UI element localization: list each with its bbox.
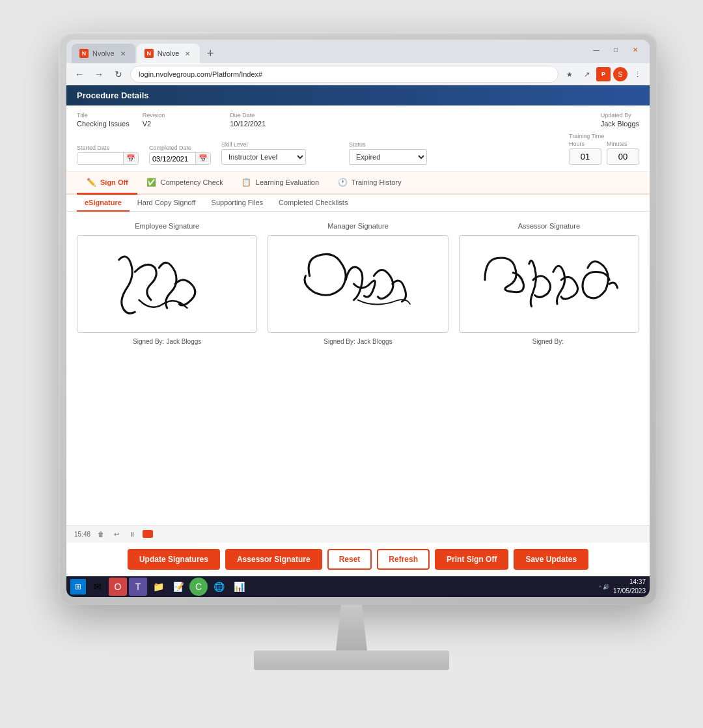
tab-active[interactable]: N Nvolve ✕	[137, 44, 200, 63]
tab-add-button[interactable]: +	[201, 44, 219, 63]
employee-signed-by-name: Jack Bloggs	[166, 338, 201, 345]
minutes-input[interactable]	[607, 148, 639, 165]
tab-label-2: Nvolve	[158, 49, 180, 57]
taskbar-app-mail[interactable]: ✉	[89, 578, 107, 596]
nav-sign-off[interactable]: ✏️ Sign Off	[77, 172, 137, 195]
minimize-button[interactable]: —	[588, 44, 604, 55]
sub-nav-completed-checklists[interactable]: Completed Checklists	[271, 195, 355, 212]
taskbar-app-docs[interactable]: 📊	[230, 578, 248, 596]
maximize-button[interactable]: □	[608, 44, 624, 55]
status-refresh-icon[interactable]: ↩	[111, 529, 122, 539]
taskbar-clock: 14:37	[613, 578, 646, 587]
taskbar-app-edge[interactable]: 🌐	[210, 578, 228, 596]
completed-date-input[interactable]	[150, 154, 195, 164]
revision-value: V2	[143, 120, 165, 128]
status-select[interactable]: Expired	[349, 149, 427, 165]
skill-level-field: Skill Level Instructor Level	[221, 141, 306, 165]
tab-inactive[interactable]: N Nvolve ✕	[72, 44, 135, 63]
started-date-input[interactable]	[77, 154, 123, 164]
started-date-label: Started Date	[77, 145, 139, 151]
sub-nav-completed-checklists-label: Completed Checklists	[279, 199, 348, 206]
forward-button[interactable]: →	[91, 66, 107, 82]
sign-off-icon: ✏️	[86, 177, 96, 188]
status-pause-icon[interactable]: ⏸	[127, 529, 137, 539]
manager-signature-box	[268, 235, 448, 333]
status-time: 15:48	[74, 531, 90, 538]
taskbar-app-notepad[interactable]: 📝	[169, 578, 187, 596]
skill-level-label: Skill Level	[221, 141, 306, 148]
nav-competency-check[interactable]: ✅ Competency Check	[137, 172, 232, 195]
taskbar-date: 17/05/2023	[613, 587, 646, 596]
address-input[interactable]	[130, 66, 558, 83]
refresh-button[interactable]: Refresh	[377, 549, 430, 570]
monitor-body: N Nvolve ✕ N Nvolve ✕ + —	[59, 32, 657, 605]
signatures-section: Employee Signature	[66, 212, 650, 525]
monitor-bezel: N Nvolve ✕ N Nvolve ✕ + —	[66, 40, 650, 597]
nav-sign-off-label: Sign Off	[100, 178, 128, 186]
star-icon[interactable]: ★	[562, 67, 577, 81]
updated-by-label: Updated By	[601, 112, 639, 119]
employee-signature-column: Employee Signature	[77, 222, 257, 345]
minutes-group: Minutes	[607, 141, 639, 165]
browser-chrome: N Nvolve ✕ N Nvolve ✕ + —	[66, 40, 650, 85]
share-icon[interactable]: ↗	[579, 67, 594, 81]
hours-label: Hours	[569, 141, 601, 147]
tab-label-1: Nvolve	[92, 49, 115, 57]
tab-close-2[interactable]: ✕	[183, 49, 192, 58]
started-date-input-wrapper[interactable]: 📅	[77, 152, 139, 165]
hours-input[interactable]	[569, 148, 601, 165]
close-button[interactable]: ✕	[627, 44, 643, 55]
app-header-title: Procedure Details	[77, 91, 149, 100]
sub-nav-esignature[interactable]: eSignature	[77, 195, 130, 212]
taskbar-app-teams[interactable]: T	[129, 578, 147, 596]
tab-favicon-2: N	[145, 49, 154, 58]
save-updates-button[interactable]: Save Updates	[514, 549, 588, 570]
nav-training-history[interactable]: 🕐 Training History	[328, 172, 411, 195]
manager-signature-svg	[268, 236, 447, 332]
completed-date-calendar-icon[interactable]: 📅	[195, 153, 210, 164]
assessor-signed-by-row: Signed By:	[532, 338, 566, 345]
sub-nav-esignature-label: eSignature	[85, 199, 122, 206]
employee-signature-svg	[77, 236, 256, 332]
extensions-icon[interactable]: P	[596, 67, 611, 81]
start-button[interactable]: ⊞	[70, 579, 86, 595]
address-bar-row: ← → ↻ ★ ↗ P S ⋮	[66, 63, 650, 85]
back-button[interactable]: ←	[72, 66, 87, 82]
reset-button[interactable]: Reset	[327, 549, 372, 570]
nav-learning-evaluation[interactable]: 📋 Learning Evaluation	[232, 172, 328, 195]
menu-icon[interactable]: ⋮	[630, 67, 644, 81]
assessor-signature-label: Assessor Signature	[518, 222, 580, 230]
screen: N Nvolve ✕ N Nvolve ✕ + —	[66, 40, 650, 597]
update-signatures-button[interactable]: Update Signatures	[128, 549, 220, 570]
manager-signed-by-label: Signed By:	[324, 338, 355, 345]
tab-favicon-1: N	[79, 49, 89, 58]
training-history-icon: 🕐	[337, 177, 348, 188]
status-field: Status Expired	[349, 141, 427, 165]
taskbar-app-chrome[interactable]: C	[189, 578, 208, 596]
sub-nav-supporting-files[interactable]: Supporting Files	[204, 195, 271, 212]
profile-icon[interactable]: S	[613, 67, 627, 81]
print-sign-off-button[interactable]: Print Sign Off	[435, 549, 508, 570]
manager-signature-column: Manager Signature	[268, 222, 448, 345]
status-bar-app: 15:48 🗑 ↩ ⏸	[66, 525, 650, 542]
nav-competency-label: Competency Check	[161, 178, 223, 186]
tab-close-1[interactable]: ✕	[118, 49, 128, 58]
skill-level-select[interactable]: Instructor Level	[221, 149, 306, 165]
learning-evaluation-icon: 📋	[241, 177, 252, 188]
taskbar-tray: ^ 🔊	[599, 584, 609, 590]
procedure-title-row: Title Checking Issues Revision V2 Due Da…	[77, 112, 639, 128]
sub-nav-hard-copy[interactable]: Hard Copy Signoff	[130, 195, 204, 212]
refresh-nav-button[interactable]: ↻	[111, 66, 126, 82]
taskbar-app-office[interactable]: O	[109, 578, 127, 596]
sub-nav: eSignature Hard Copy Signoff Supporting …	[66, 195, 650, 212]
main-nav: ✏️ Sign Off ✅ Competency Check 📋 Learnin…	[66, 172, 650, 195]
completed-date-input-wrapper[interactable]: 📅	[149, 152, 211, 165]
status-trash-icon[interactable]: 🗑	[96, 529, 106, 539]
hours-group: Hours	[569, 141, 601, 165]
sub-nav-supporting-files-label: Supporting Files	[212, 199, 264, 206]
started-date-calendar-icon[interactable]: 📅	[123, 153, 138, 164]
taskbar-time: 14:37 17/05/2023	[613, 578, 646, 596]
nav-training-label: Training History	[352, 178, 402, 186]
assessor-signature-button[interactable]: Assessor Signature	[225, 549, 322, 570]
taskbar-app-folder[interactable]: 📁	[149, 578, 167, 596]
